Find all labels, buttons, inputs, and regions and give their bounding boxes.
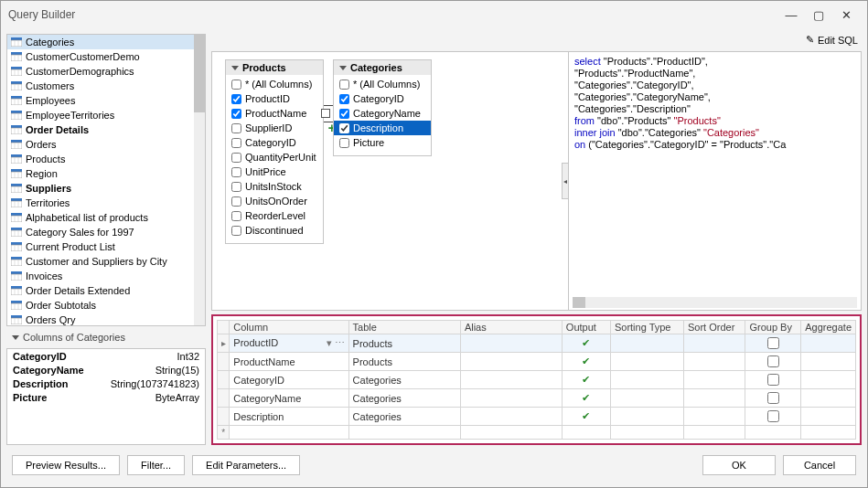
cell-sort-order[interactable] — [683, 353, 745, 371]
maximize-button[interactable]: ▢ — [805, 8, 832, 22]
field-row[interactable]: UnitsInStock — [226, 179, 323, 194]
field-checkbox[interactable] — [339, 123, 349, 133]
tree-item[interactable]: Invoices — [7, 269, 205, 283]
grid-row[interactable]: CategoryNameCategories✔ — [218, 389, 856, 408]
tree-item[interactable]: Order Subtotals — [7, 298, 205, 313]
field-checkbox[interactable] — [231, 167, 241, 177]
field-row[interactable]: ProductID — [226, 91, 323, 106]
field-row[interactable]: ProductName — [226, 106, 323, 121]
cell-sort-order[interactable] — [683, 371, 745, 389]
cell-column[interactable]: CategoryName — [230, 389, 348, 408]
table-card-products[interactable]: Products * (All Columns)ProductIDProduct… — [225, 59, 324, 244]
grid-row[interactable]: CategoryIDCategories✔ — [218, 371, 856, 389]
field-checkbox[interactable] — [231, 109, 241, 119]
sql-hscrollbar[interactable] — [573, 297, 857, 308]
cell-table[interactable] — [348, 426, 460, 440]
col-header-group-by[interactable]: Group By — [745, 321, 801, 334]
cell-output[interactable]: ✔ — [562, 389, 610, 408]
cell-group-by[interactable] — [745, 426, 801, 440]
cell-sorting-type[interactable] — [610, 426, 683, 440]
field-row[interactable]: CategoryID — [226, 135, 323, 150]
cell-column[interactable]: ProductID▾ ⋯ — [230, 334, 348, 353]
cell-column[interactable]: ProductName — [230, 353, 348, 371]
field-row[interactable]: * (All Columns) — [334, 77, 431, 91]
field-checkbox[interactable] — [231, 196, 241, 207]
tables-tree[interactable]: CategoriesCustomerCustomerDemoCustomerDe… — [6, 34, 206, 326]
cell-table[interactable]: Categories — [348, 389, 460, 408]
cell-aggregate[interactable] — [801, 371, 856, 389]
col-header-aggregate[interactable]: Aggregate — [801, 321, 856, 334]
cell-sorting-type[interactable] — [610, 389, 683, 408]
cell-group-by[interactable] — [745, 353, 801, 371]
minimize-button[interactable]: — — [777, 8, 805, 22]
tree-item[interactable]: EmployeeTerritories — [7, 108, 205, 122]
tree-item[interactable]: Employees — [7, 93, 205, 108]
field-checkbox[interactable] — [339, 94, 349, 104]
field-checkbox[interactable] — [231, 153, 241, 163]
tree-item[interactable]: Customers — [7, 79, 205, 93]
cell-column[interactable]: CategoryID — [230, 371, 348, 389]
grid-row[interactable]: DescriptionCategories✔ — [218, 408, 856, 426]
cell-sort-order[interactable] — [683, 389, 745, 408]
cell-table[interactable]: Products — [348, 353, 460, 371]
field-row[interactable]: QuantityPerUnit — [226, 150, 323, 164]
preview-results-button[interactable]: Preview Results... — [12, 455, 120, 475]
cell-column[interactable] — [230, 426, 348, 440]
ok-button[interactable]: OK — [702, 455, 776, 475]
tree-item[interactable]: Orders — [7, 137, 205, 152]
field-checkbox[interactable] — [231, 123, 241, 133]
tree-item[interactable]: Order Details — [7, 122, 205, 137]
cell-alias[interactable] — [460, 426, 562, 440]
col-header-output[interactable]: Output — [562, 321, 610, 334]
col-header-sort-order[interactable]: Sort Order — [683, 321, 745, 334]
edit-sql-button[interactable]: ✎ Edit SQL — [806, 34, 858, 46]
tree-item[interactable]: Territories — [7, 196, 205, 210]
cell-output[interactable]: ✔ — [562, 353, 610, 371]
cell-table[interactable]: Products — [348, 334, 460, 353]
cell-alias[interactable] — [460, 371, 562, 389]
col-header-alias[interactable]: Alias — [460, 321, 562, 334]
tree-item[interactable]: Customer and Suppliers by City — [7, 254, 205, 269]
grid-row[interactable]: * — [218, 426, 856, 440]
cell-aggregate[interactable] — [801, 334, 856, 353]
cell-sorting-type[interactable] — [610, 334, 683, 353]
field-row[interactable]: ReorderLevel — [226, 208, 323, 223]
cell-output[interactable]: ✔ — [562, 371, 610, 389]
cell-output[interactable]: ✔ — [562, 408, 610, 426]
cell-dropdown-icon[interactable]: ▾ ⋯ — [327, 337, 345, 349]
cell-output[interactable] — [562, 426, 610, 440]
field-row[interactable]: Discontinued — [226, 223, 323, 238]
field-checkbox[interactable] — [339, 80, 349, 90]
cell-sort-order[interactable] — [683, 334, 745, 353]
field-checkbox[interactable] — [231, 94, 241, 104]
tree-item[interactable]: Orders Qry — [7, 313, 205, 326]
field-checkbox[interactable] — [231, 80, 241, 90]
tree-item[interactable]: Suppliers — [7, 181, 205, 196]
tree-scrollbar[interactable] — [194, 35, 205, 325]
field-checkbox[interactable] — [231, 138, 241, 148]
tree-item[interactable]: Alphabetical list of products — [7, 210, 205, 225]
close-button[interactable]: ✕ — [832, 8, 860, 22]
cell-sorting-type[interactable] — [610, 408, 683, 426]
cell-group-by[interactable] — [745, 389, 801, 408]
field-checkbox[interactable] — [231, 226, 241, 236]
cell-alias[interactable] — [460, 389, 562, 408]
tree-item[interactable]: Current Product List — [7, 239, 205, 254]
col-header-sorting-type[interactable]: Sorting Type — [610, 321, 683, 334]
output-grid[interactable]: Column Table Alias Output Sorting Type S… — [211, 314, 862, 445]
field-row[interactable]: Picture — [334, 135, 431, 150]
field-row[interactable]: UnitsOnOrder — [226, 194, 323, 208]
col-header-column[interactable]: Column — [230, 321, 348, 334]
cell-column[interactable]: Description — [230, 408, 348, 426]
cell-sort-order[interactable] — [683, 426, 745, 440]
field-checkbox[interactable] — [339, 109, 349, 119]
tree-item[interactable]: Order Details Extended — [7, 283, 205, 298]
cell-alias[interactable] — [460, 408, 562, 426]
tree-item[interactable]: Categories — [7, 35, 205, 49]
filter-button[interactable]: Filter... — [127, 455, 185, 475]
grid-row[interactable]: ProductNameProducts✔ — [218, 353, 856, 371]
field-row[interactable]: CategoryID — [334, 91, 431, 106]
field-row[interactable]: Description — [334, 121, 431, 135]
tree-item[interactable]: Region — [7, 166, 205, 181]
cell-sorting-type[interactable] — [610, 353, 683, 371]
